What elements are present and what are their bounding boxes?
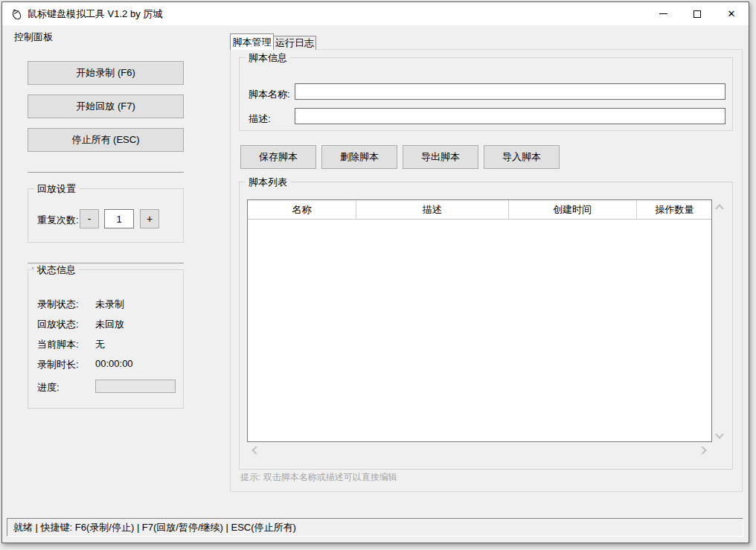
maximize-icon — [693, 10, 701, 18]
progress-label: 进度: — [37, 381, 60, 394]
scroll-right-icon[interactable] — [698, 446, 706, 454]
horizontal-scrollbar[interactable] — [247, 444, 712, 456]
vertical-scrollbar[interactable] — [715, 199, 725, 442]
save-script-button[interactable]: 保存脚本 — [240, 145, 316, 169]
minimize-button[interactable] — [646, 2, 680, 25]
scroll-down-icon[interactable] — [715, 430, 723, 438]
screen: 鼠标键盘模拟工具 V1.2 by 厉城 ✕ 控制面板 开始录制 (F6) 开始回… — [0, 0, 756, 550]
record-duration-label: 录制时长: — [37, 358, 79, 371]
maximize-button[interactable] — [680, 2, 714, 25]
titlebar[interactable]: 鼠标键盘模拟工具 V1.2 by 厉城 ✕ — [2, 2, 749, 25]
stop-all-button[interactable]: 停止所有 (ESC) — [28, 128, 184, 152]
column-separator — [356, 200, 356, 220]
status-bar: 就绪 | 快捷键: F6(录制/停止) | F7(回放/暂停/继续) | ESC… — [7, 518, 743, 537]
column-header-created[interactable]: 创建时间 — [508, 200, 636, 220]
window-title: 鼠标键盘模拟工具 V1.2 by 厉城 — [28, 7, 162, 21]
window-controls: ✕ — [646, 2, 749, 25]
close-icon: ✕ — [728, 9, 736, 19]
mouse-icon — [10, 7, 23, 21]
minimize-icon — [659, 13, 667, 14]
column-separator — [636, 200, 637, 220]
column-header-description[interactable]: 描述 — [356, 200, 508, 220]
repeat-decrement-button[interactable]: - — [80, 209, 99, 228]
script-name-input[interactable] — [295, 83, 725, 100]
scroll-up-icon[interactable] — [715, 204, 723, 212]
current-script-label: 当前脚本: — [37, 338, 79, 351]
record-duration-value: 00:00:00 — [95, 358, 133, 369]
separator — [28, 172, 184, 173]
control-panel-title: 控制面板 — [14, 31, 53, 44]
record-state-value: 未录制 — [95, 298, 124, 311]
status-info-title: 状态信息 — [34, 263, 79, 277]
progress-bar — [95, 380, 176, 393]
record-state-label: 录制状态: — [37, 298, 79, 311]
playback-state-label: 回放状态: — [37, 318, 79, 331]
playback-settings-group: 回放设置 重复次数: - + — [28, 188, 184, 243]
playback-settings-title: 回放设置 — [34, 182, 79, 196]
column-separator — [508, 200, 509, 220]
column-header-name[interactable]: 名称 — [248, 200, 356, 220]
start-record-button[interactable]: 开始录制 (F6) — [28, 61, 184, 85]
current-script-value: 无 — [95, 338, 105, 351]
script-table[interactable]: 名称 描述 创建时间 操作数量 — [247, 199, 712, 442]
script-list-group: 脚本列表 名称 描述 创建时间 操作数量 — [239, 182, 733, 470]
tab-script-management[interactable]: 脚本管理 — [230, 33, 274, 50]
status-bar-text: 就绪 | 快捷键: F6(录制/停止) | F7(回放/暂停/继续) | ESC… — [13, 521, 296, 534]
start-playback-button[interactable]: 开始回放 (F7) — [28, 95, 184, 118]
script-list-title: 脚本列表 — [246, 176, 290, 189]
delete-script-button[interactable]: 删除脚本 — [321, 145, 397, 169]
script-desc-label: 描述: — [249, 112, 271, 126]
edit-hint-text: 提示: 双击脚本名称或描述可以直接编辑 — [240, 471, 397, 484]
status-info-group: 状态信息 录制状态: 未录制 回放状态: 未回放 当前脚本: 无 录制时长: 0… — [28, 269, 184, 409]
script-table-header: 名称 描述 创建时间 操作数量 — [248, 200, 711, 220]
tab-run-log[interactable]: 运行日志 — [274, 36, 316, 50]
column-header-opcount[interactable]: 操作数量 — [636, 200, 713, 220]
script-name-label: 脚本名称: — [249, 88, 290, 101]
repeat-count-label: 重复次数: — [37, 214, 79, 227]
script-desc-input[interactable] — [295, 108, 725, 124]
playback-state-value: 未回放 — [95, 318, 124, 331]
app-window: 鼠标键盘模拟工具 V1.2 by 厉城 ✕ 控制面板 开始录制 (F6) 开始回… — [1, 1, 749, 543]
repeat-increment-button[interactable]: + — [140, 209, 159, 228]
script-info-group: 脚本信息 脚本名称: 描述: — [239, 57, 733, 131]
import-script-button[interactable]: 导入脚本 — [484, 145, 560, 169]
repeat-count-input[interactable] — [104, 209, 134, 228]
export-script-button[interactable]: 导出脚本 — [403, 145, 478, 169]
close-button[interactable]: ✕ — [714, 2, 749, 25]
script-info-title: 脚本信息 — [246, 51, 290, 65]
scroll-left-icon[interactable] — [252, 446, 260, 454]
